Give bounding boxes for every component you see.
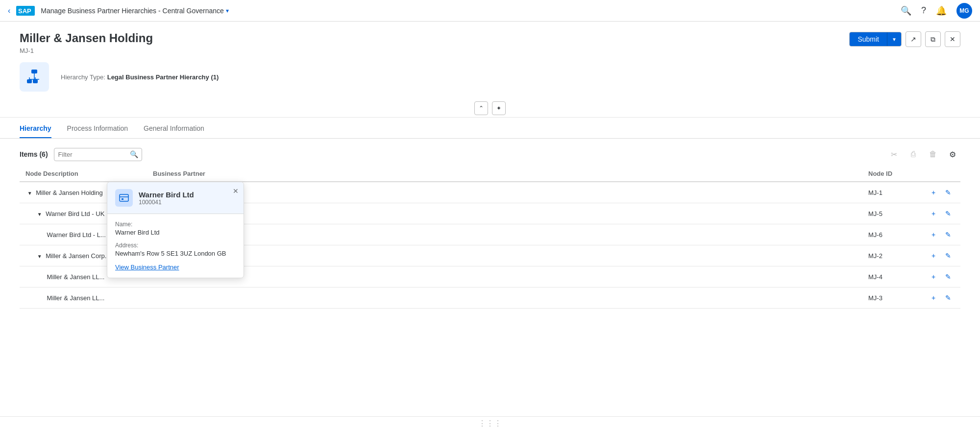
bp-cell — [147, 203, 862, 224]
row-expand-chevron[interactable]: ▼ — [37, 212, 42, 217]
tab-general-information[interactable]: General Information — [144, 119, 204, 138]
submit-dropdown-button[interactable]: ▼ — [887, 32, 901, 46]
svg-text:SAP: SAP — [18, 7, 31, 15]
fullscreen-button[interactable]: ⧉ — [925, 31, 941, 47]
hierarchy-icon — [26, 69, 43, 85]
col-header-node-desc: Node Description — [20, 166, 147, 182]
add-child-button[interactable]: + — [927, 270, 940, 283]
col-header-business-partner: Business Partner — [147, 166, 862, 182]
edit-row-button[interactable]: ✎ — [942, 291, 955, 304]
help-icon[interactable]: ? — [921, 5, 926, 16]
header-actions: Submit ▼ ↗ ⧉ ✕ — [849, 31, 960, 47]
add-child-button[interactable]: + — [927, 291, 940, 304]
popover-address-label: Address: — [115, 242, 236, 249]
row-expand-chevron[interactable]: ▼ — [27, 191, 32, 196]
business-partner-popover: Warner Bird Ltd 1000041 ✕ Name: Warner B… — [107, 182, 244, 278]
svg-rect-9 — [120, 194, 128, 201]
node-id-cell: MJ-4 — [862, 266, 921, 287]
settings-icon[interactable]: ⚙ — [945, 146, 960, 162]
node-id-cell: MJ-3 — [862, 287, 921, 309]
delete-icon[interactable]: 🗑 — [925, 146, 941, 162]
svg-rect-11 — [122, 198, 123, 200]
popover-bp-name: Warner Bird Ltd — [139, 191, 194, 199]
svg-rect-3 — [27, 79, 32, 83]
bp-cell: Warner Bird Ltd (1000041) — [147, 224, 862, 245]
col-header-actions — [921, 166, 960, 182]
table-row: Miller & Jansen LL... MJ-3 + ✎ — [20, 287, 960, 309]
shell-bar: ‹ SAP Manage Business Partner Hierarchie… — [0, 0, 980, 22]
actions-cell: + ✎ — [921, 287, 960, 309]
shell-title: Manage Business Partner Hierarchies - Ce… — [41, 7, 895, 15]
actions-cell: + ✎ — [921, 245, 960, 266]
page-title: Miller & Jansen Holding — [20, 31, 153, 45]
node-id-cell: MJ-1 — [862, 182, 921, 203]
popover-name-label: Name: — [115, 221, 236, 228]
add-child-button[interactable]: + — [927, 207, 940, 220]
user-avatar[interactable]: MG — [956, 3, 972, 19]
edit-row-button[interactable]: ✎ — [942, 186, 955, 199]
collapse-bar: ⌃ ✦ — [0, 99, 980, 118]
toolbar-right: ✂ ⎙ 🗑 ⚙ — [886, 146, 960, 162]
shell-icons: 🔍 ? 🔔 MG — [901, 3, 972, 19]
actions-cell: + ✎ — [921, 182, 960, 203]
table-toolbar: Items (6) 🔍 ✂ ⎙ 🗑 ⚙ — [20, 146, 960, 162]
col-header-node-id: Node ID — [862, 166, 921, 182]
svg-rect-2 — [31, 70, 37, 73]
page-title-area: Miller & Jansen Holding MJ-1 — [20, 31, 153, 54]
tab-process-information[interactable]: Process Information — [67, 119, 128, 138]
popover-close-button[interactable]: ✕ — [233, 187, 239, 195]
filter-search-icon: 🔍 — [130, 150, 138, 158]
hierarchy-icon-box — [20, 62, 49, 92]
hierarchy-type-value: Legal Business Partner Hierarchy (1) — [107, 73, 219, 81]
back-button[interactable]: ‹ — [8, 6, 10, 15]
share-button[interactable]: ↗ — [906, 31, 921, 47]
add-child-button[interactable]: + — [927, 228, 940, 241]
row-expand-chevron[interactable]: ▼ — [37, 254, 42, 259]
edit-row-button[interactable]: ✎ — [942, 270, 955, 283]
node-id-cell: MJ-2 — [862, 245, 921, 266]
actions-cell: + ✎ — [921, 203, 960, 224]
tab-hierarchy[interactable]: Hierarchy — [20, 119, 51, 138]
popover-address-field: Address: Newham's Row 5 SE1 3UZ London G… — [115, 242, 236, 257]
notification-icon[interactable]: 🔔 — [936, 5, 947, 16]
page: Miller & Jansen Holding MJ-1 Submit ▼ ↗ … — [0, 22, 980, 430]
shell-title-chevron[interactable]: ▾ — [226, 7, 229, 14]
sap-logo: SAP — [16, 6, 35, 16]
bp-cell — [147, 287, 862, 309]
add-child-button[interactable]: + — [927, 186, 940, 199]
pin-button[interactable]: ✦ — [492, 101, 506, 115]
collapse-up-button[interactable]: ⌃ — [474, 101, 488, 115]
shell-title-text: Manage Business Partner Hierarchies - Ce… — [41, 7, 224, 15]
cut-icon[interactable]: ✂ — [886, 146, 902, 162]
popover-bp-icon — [115, 189, 133, 207]
page-header: Miller & Jansen Holding MJ-1 Submit ▼ ↗ … — [0, 22, 980, 54]
table-area: Items (6) 🔍 ✂ ⎙ 🗑 ⚙ Node Description Bus… — [0, 139, 980, 416]
popover-body: Name: Warner Bird Ltd Address: Newham's … — [107, 214, 244, 278]
submit-split-button: Submit ▼ — [849, 32, 902, 47]
edit-row-button[interactable]: ✎ — [942, 207, 955, 220]
filter-input[interactable] — [54, 148, 142, 161]
hierarchy-type-info: Hierarchy Type: Legal Business Partner H… — [61, 73, 219, 81]
svg-rect-4 — [33, 79, 38, 83]
popover-name-value: Warner Bird Ltd — [115, 229, 236, 236]
add-child-button[interactable]: + — [927, 249, 940, 262]
actions-cell: + ✎ — [921, 266, 960, 287]
filter-wrap: 🔍 — [54, 148, 142, 161]
submit-button[interactable]: Submit — [850, 32, 887, 46]
drag-handle[interactable]: ⋮⋮⋮ — [0, 416, 980, 430]
popover-name-field: Name: Warner Bird Ltd — [115, 221, 236, 236]
actions-cell: + ✎ — [921, 224, 960, 245]
popover-header: Warner Bird Ltd 1000041 ✕ — [107, 182, 244, 214]
node-id-cell: MJ-5 — [862, 203, 921, 224]
view-business-partner-link[interactable]: View Business Partner — [115, 263, 179, 271]
copy-icon[interactable]: ⎙ — [906, 146, 921, 162]
popover-address-value: Newham's Row 5 SE1 3UZ London GB — [115, 250, 236, 257]
search-icon[interactable]: 🔍 — [901, 5, 911, 16]
popover-bp-id: 1000041 — [139, 199, 194, 206]
hierarchy-type-label: Hierarchy Type: — [61, 73, 105, 81]
edit-row-button[interactable]: ✎ — [942, 228, 955, 241]
edit-row-button[interactable]: ✎ — [942, 249, 955, 262]
bp-cell — [147, 245, 862, 266]
close-button[interactable]: ✕ — [945, 31, 960, 47]
hierarchy-section: Hierarchy Type: Legal Business Partner H… — [0, 54, 980, 99]
